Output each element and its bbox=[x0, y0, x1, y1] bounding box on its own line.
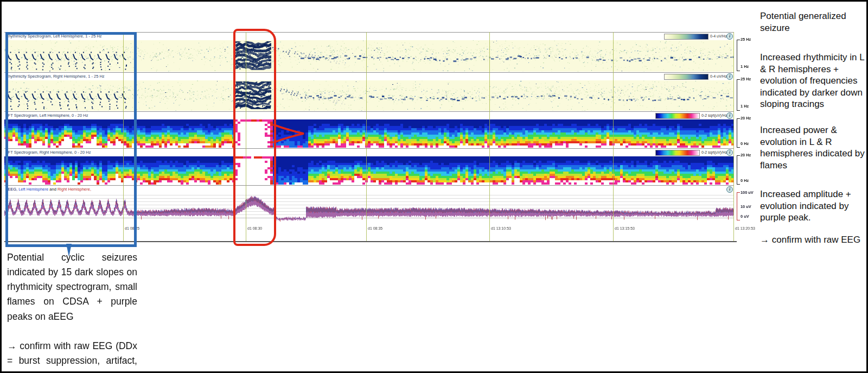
time-tick-label: d1 13:20:53 bbox=[735, 226, 755, 230]
generalized-seizure-highlight-box bbox=[233, 29, 276, 246]
scale-label: 25 Hz bbox=[741, 37, 751, 42]
rhythmicity-colorbar bbox=[664, 34, 709, 40]
time-gridline bbox=[366, 32, 367, 241]
scale-bracket bbox=[737, 79, 740, 111]
time-gridline bbox=[489, 32, 490, 241]
scale-label: 1 Hz bbox=[741, 104, 749, 109]
note-confirm-raw-eeg: → confirm with raw EEG bbox=[760, 234, 868, 246]
colorbar-label: 0-2 sqrt(uV)/Hz bbox=[701, 113, 727, 117]
info-icon[interactable]: i bbox=[726, 73, 733, 80]
app-frame: Rhythmicity Spectrogram, Left Hemisphere… bbox=[0, 0, 868, 373]
info-icon[interactable]: i bbox=[726, 149, 733, 156]
info-icon[interactable]: i bbox=[726, 186, 733, 193]
scale-label: 0 uV bbox=[741, 214, 749, 219]
info-icon[interactable]: i bbox=[726, 112, 733, 119]
cyclic-seizure-note-text: Potential cyclic seizures indicated by 1… bbox=[7, 250, 137, 324]
time-gridline bbox=[733, 32, 734, 241]
scale-label: 1 Hz bbox=[741, 65, 749, 69]
scale-label: 0 Hz bbox=[741, 142, 749, 146]
scale-label: 25 Hz bbox=[741, 77, 751, 81]
scale-bracket bbox=[737, 118, 740, 148]
time-tick-label: d1 13:10:53 bbox=[491, 226, 511, 230]
time-gridline bbox=[613, 32, 614, 241]
time-tick-label: d1 08:35 bbox=[368, 226, 382, 230]
rhythmicity-colorbar bbox=[664, 74, 709, 80]
qeeg-trend-area: Rhythmicity Spectrogram, Left Hemisphere… bbox=[4, 2, 737, 251]
colorbar-label: 0-4 uV/Hz bbox=[710, 34, 727, 38]
colorbar-label: 0-2 sqrt(uV)/Hz bbox=[701, 150, 727, 154]
scale-bracket bbox=[737, 40, 740, 71]
scale-label: 10 uV bbox=[741, 205, 751, 209]
scale-label: 20 Hz bbox=[741, 116, 751, 121]
scale-bracket bbox=[737, 155, 740, 185]
scale-label: 20 Hz bbox=[741, 153, 751, 157]
note-power-evolution: Increased power & evolution in L & R hem… bbox=[760, 124, 866, 171]
scale-label: 0 Hz bbox=[741, 179, 749, 183]
time-tick-label: d1 13:15:53 bbox=[615, 226, 635, 230]
cyclic-seizures-highlight-box bbox=[5, 32, 137, 247]
note-amplitude: Increased amplitude + evolution indicate… bbox=[760, 188, 866, 224]
note-rhythmicity: Increased rhythmicity in L & R hemispher… bbox=[760, 52, 866, 110]
info-icon[interactable]: i bbox=[726, 33, 733, 40]
fft-colorbar bbox=[655, 113, 700, 119]
evolution-arrow-icon bbox=[272, 123, 307, 144]
scale-label: 100 uV bbox=[741, 191, 754, 195]
cyclic-seizure-note: Potential cyclic seizures indicated by 1… bbox=[7, 250, 137, 373]
scale-bracket bbox=[737, 192, 740, 220]
fft-colorbar bbox=[655, 150, 700, 156]
confirm-raw-eeg-note-text: → confirm with raw EEG (DDx = burst supp… bbox=[7, 339, 137, 373]
note-generalized-seizure: Potential generalized seizure bbox=[760, 10, 866, 34]
colorbar-label: 0-4 uV/Hz bbox=[710, 74, 727, 78]
